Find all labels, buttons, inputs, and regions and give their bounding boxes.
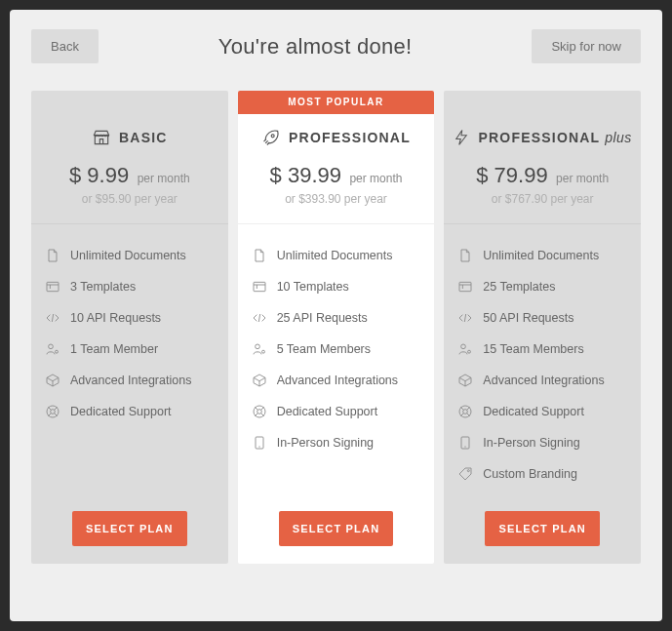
price-period: per month xyxy=(556,172,609,185)
most-popular-badge: MOST POPULAR xyxy=(238,91,435,114)
rocket-icon xyxy=(261,128,281,147)
select-plan-professional-button[interactable]: SELECT PLAN xyxy=(279,511,394,546)
tag-icon xyxy=(457,466,473,482)
svg-point-2 xyxy=(56,350,59,353)
template-icon xyxy=(45,279,60,295)
plan-professional-plus: PROFESSIONAL plus $ 79.99 per month or $… xyxy=(444,91,641,564)
plans-row: BASIC $ 9.99 per month or $95.90 per yea… xyxy=(31,91,641,564)
svg-point-5 xyxy=(271,135,274,138)
box-icon xyxy=(45,373,60,388)
svg-rect-0 xyxy=(47,282,59,291)
svg-point-14 xyxy=(468,350,471,353)
feature-label: Advanced Integrations xyxy=(483,374,604,387)
box-icon xyxy=(457,373,473,388)
feature-label: 5 Team Members xyxy=(277,342,371,356)
back-button[interactable]: Back xyxy=(31,29,99,63)
feature-label: 10 API Requests xyxy=(70,311,161,325)
support-icon xyxy=(252,404,267,419)
svg-point-7 xyxy=(255,344,259,349)
plan-name: PROFESSIONAL plus xyxy=(478,130,631,145)
price-yearly: or $767.90 per year xyxy=(454,192,631,206)
feature-label: Unlimited Documents xyxy=(277,249,393,262)
feature-label: Advanced Integrations xyxy=(277,374,398,387)
feature-label: Dedicated Support xyxy=(483,405,584,418)
document-icon xyxy=(252,248,267,263)
shop-icon xyxy=(92,128,111,147)
feature-label: 25 API Requests xyxy=(277,311,368,325)
team-icon xyxy=(45,341,60,357)
document-icon xyxy=(45,248,60,263)
feature-label: In-Person Signing xyxy=(277,436,374,450)
svg-point-10 xyxy=(257,410,261,414)
code-icon xyxy=(457,310,473,326)
template-icon xyxy=(252,279,267,295)
top-bar: Back You're almost done! Skip for now xyxy=(31,29,641,63)
feature-label: In-Person Signing xyxy=(483,436,579,450)
feature-label: 3 Templates xyxy=(70,280,136,294)
svg-point-18 xyxy=(468,470,470,472)
price-amount: $ 39.99 xyxy=(270,163,341,187)
svg-point-13 xyxy=(461,344,466,349)
feature-label: 25 Templates xyxy=(483,280,555,294)
svg-rect-6 xyxy=(254,282,265,291)
svg-point-1 xyxy=(49,344,54,349)
page-title: You're almost done! xyxy=(218,34,413,59)
feature-label: 10 Templates xyxy=(277,280,349,294)
support-icon xyxy=(45,404,60,419)
feature-label: 15 Team Members xyxy=(483,342,583,356)
feature-label: Advanced Integrations xyxy=(70,374,191,387)
plan-basic: BASIC $ 9.99 per month or $95.90 per yea… xyxy=(31,91,228,564)
feature-label: Dedicated Support xyxy=(277,405,378,418)
tablet-icon xyxy=(457,435,473,451)
support-icon xyxy=(457,404,473,419)
skip-button[interactable]: Skip for now xyxy=(532,29,641,63)
document-icon xyxy=(457,248,473,263)
price-yearly: or $393.90 per year xyxy=(248,192,425,206)
tablet-icon xyxy=(252,435,267,451)
pricing-modal: Back You're almost done! Skip for now BA… xyxy=(10,10,662,621)
svg-point-16 xyxy=(463,410,468,414)
box-icon xyxy=(252,373,267,388)
price-amount: $ 79.99 xyxy=(476,163,547,187)
price-period: per month xyxy=(138,172,190,185)
bolt-icon xyxy=(453,128,470,147)
feature-label: Unlimited Documents xyxy=(483,249,599,262)
template-icon xyxy=(457,279,473,295)
plan-name: PROFESSIONAL xyxy=(289,130,411,145)
price-yearly: or $95.90 per year xyxy=(41,192,218,206)
team-icon xyxy=(252,341,267,357)
plan-name: BASIC xyxy=(119,130,168,145)
code-icon xyxy=(252,310,267,326)
select-plan-basic-button[interactable]: SELECT PLAN xyxy=(72,511,187,546)
svg-point-4 xyxy=(51,410,56,414)
feature-label: Custom Branding xyxy=(483,467,577,481)
price-period: per month xyxy=(349,172,402,185)
select-plan-professional-plus-button[interactable]: SELECT PLAN xyxy=(485,511,600,546)
feature-label: 1 Team Member xyxy=(70,342,158,356)
svg-point-8 xyxy=(261,350,264,353)
team-icon xyxy=(457,341,473,357)
feature-label: Dedicated Support xyxy=(70,405,172,418)
svg-rect-12 xyxy=(459,282,471,291)
plan-professional: MOST POPULAR PROFESSIONAL $ 39.99 per mo… xyxy=(238,91,435,564)
price-amount: $ 9.99 xyxy=(69,163,129,187)
feature-label: Unlimited Documents xyxy=(70,249,186,262)
feature-label: 50 API Requests xyxy=(483,311,573,325)
code-icon xyxy=(45,310,60,326)
